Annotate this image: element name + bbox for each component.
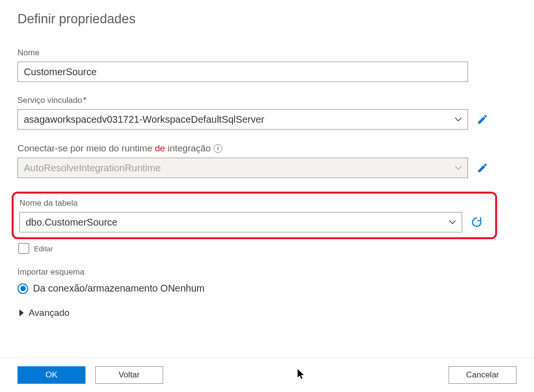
advanced-toggle[interactable]: Avançado (17, 308, 517, 318)
edit-checkbox-label: Editar (34, 245, 53, 253)
page-title: Definir propriedades (17, 12, 517, 27)
runtime-label-pre: Conectar-se por meio do runtime (17, 143, 155, 153)
name-field: Nome (17, 48, 517, 82)
runtime-select: AutoResolveIntegrationRuntime (17, 158, 468, 178)
table-name-label: Nome da tabela (19, 198, 489, 208)
back-button[interactable]: Voltar (95, 366, 163, 384)
table-name-value: dbo.CustomerSource (26, 217, 117, 228)
table-name-select[interactable]: dbo.CustomerSource (19, 212, 462, 232)
linked-service-label: Serviço vinculado* (17, 96, 517, 105)
runtime-label: Conectar-se por meio do runtime de integ… (17, 143, 517, 154)
table-name-highlight: Nome da tabela dbo.CustomerSource (12, 192, 497, 239)
name-label: Nome (17, 48, 517, 58)
cancel-button[interactable]: Cancelar (449, 366, 517, 384)
footer: OK Voltar Cancelar (0, 357, 534, 392)
linked-service-select[interactable]: asagaworkspacedv031721-WorkspaceDefaultS… (17, 109, 468, 130)
advanced-label: Avançado (29, 308, 69, 318)
schema-radio-from-store[interactable] (17, 283, 28, 294)
import-schema-section: Importar esquema Da conexão/armazenament… (17, 267, 517, 294)
schema-radio-label: Da conexão/armazenamento ONenhum (33, 283, 205, 294)
chevron-down-icon (455, 164, 462, 171)
ok-button[interactable]: OK (17, 366, 85, 384)
edit-checkbox[interactable] (18, 243, 29, 254)
radio-dot-icon (20, 286, 26, 291)
schema-option-row: Da conexão/armazenamento ONenhum (17, 283, 517, 294)
linked-service-label-text: Serviço vinculado (17, 96, 82, 105)
runtime-field: Conectar-se por meio do runtime de integ… (17, 143, 517, 178)
linked-service-field: Serviço vinculado* asagaworkspacedv03172… (17, 96, 517, 130)
refresh-button[interactable] (470, 215, 484, 229)
chevron-down-icon (449, 219, 456, 226)
runtime-label-post: integração (165, 143, 211, 153)
chevron-right-icon (19, 310, 24, 316)
chevron-down-icon (455, 116, 462, 123)
name-input[interactable] (17, 62, 468, 82)
runtime-value: AutoResolveIntegrationRuntime (24, 163, 161, 174)
runtime-label-mid: de (155, 143, 165, 153)
linked-service-value: asagaworkspacedv031721-WorkspaceDefaultS… (24, 114, 264, 125)
edit-checkbox-row: Editar (18, 243, 517, 254)
import-schema-label: Importar esquema (17, 267, 517, 277)
edit-linked-service-button[interactable] (476, 113, 489, 126)
info-icon[interactable]: i (214, 144, 222, 153)
edit-runtime-button[interactable] (476, 161, 489, 175)
required-asterisk: * (83, 96, 86, 105)
